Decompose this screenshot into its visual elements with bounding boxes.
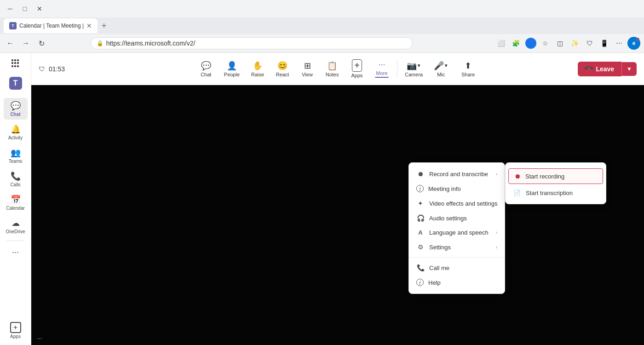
sidebar-item-activity[interactable]: 🔔 Activity (4, 121, 28, 143)
new-tab-button[interactable]: + (98, 19, 110, 32)
toolbar-more-icon: ··· (379, 60, 385, 69)
start-recording-item[interactable]: ⏺ Start recording (508, 168, 603, 184)
menu-divider-1 (409, 257, 505, 258)
toolbar-react-button[interactable]: 😊 React (271, 58, 294, 80)
phone-hangup-icon: 📞 (584, 63, 594, 74)
settings-label: Settings (429, 244, 491, 251)
browser-window-controls[interactable]: ─ □ ✕ (4, 2, 46, 15)
teams-app: T 💬 Chat 🔔 Activity 👥 Teams 📞 Calls 📅 Ca… (0, 53, 644, 345)
calls-icon: 📞 (11, 171, 21, 181)
sidebar-onedrive-label: OneDrive (6, 229, 25, 234)
leave-button-area: 📞 Leave ▼ (578, 62, 637, 76)
camera-button[interactable]: 📷 ▼ Camera (401, 58, 426, 80)
start-transcription-icon: 📄 (513, 190, 521, 196)
split-button[interactable]: ◫ (554, 37, 567, 50)
address-bar[interactable]: 🔒 https://teams.microsoft.com/v2/ (91, 37, 413, 49)
sidebar-item-teams[interactable]: 👥 Teams (4, 145, 28, 167)
mic-label: Mic (437, 72, 445, 77)
chat-icon: 💬 (11, 101, 21, 111)
menu-item-call-me[interactable]: 📞 Call me (409, 260, 505, 275)
menu-item-meeting-info[interactable]: i Meeting info (409, 181, 505, 196)
start-recording-label: Start recording (525, 173, 597, 180)
toolbar-chat-label: Chat (201, 72, 211, 77)
mic-icon: 🎤 (434, 61, 444, 71)
share-label: Share (461, 72, 475, 77)
browser-addressbar: ← → ↻ 🔒 https://teams.microsoft.com/v2/ … (0, 34, 644, 52)
record-submenu-popup: ⏺ Start recording 📄 Start transcription (505, 162, 606, 204)
favorites-button[interactable]: ☆ (539, 37, 552, 50)
sidebar-item-apps-grid[interactable] (4, 57, 28, 70)
toolbar-apps-label: Apps (351, 73, 363, 78)
share-button[interactable]: ⬆ Share (455, 58, 481, 80)
help-icon: i (416, 279, 424, 286)
copilot-button[interactable]: ✨ (569, 37, 581, 50)
record-submenu-chevron-icon: › (496, 172, 497, 177)
sidebar-chat-label: Chat (10, 112, 20, 117)
sidebar-teams-logo[interactable]: T (4, 74, 28, 92)
leave-button[interactable]: 📞 Leave (578, 62, 621, 76)
browser-tabs-bar: T Calendar | Team Meeting | ✕ + (0, 17, 644, 34)
minimize-button[interactable]: ─ (4, 2, 17, 15)
sidebar-item-apps[interactable]: + Apps (4, 319, 28, 342)
timer-area: 🛡 01:53 (39, 65, 65, 73)
menu-item-language-speech[interactable]: A Language and speech › (409, 225, 505, 240)
tab-close-button[interactable]: ✕ (86, 22, 92, 29)
toolbar-notes-button[interactable]: 📋 Notes (321, 58, 344, 80)
menu-item-record-transcribe[interactable]: ⏺ Record and transcribe › (409, 167, 505, 181)
video-more-icon[interactable]: ··· (37, 334, 42, 342)
toolbar-raise-button[interactable]: ✋ Raise (246, 58, 269, 80)
meeting-shield-icon: 🛡 (39, 65, 45, 73)
sidebar-item-calls[interactable]: 📞 Calls (4, 168, 28, 190)
forward-button[interactable]: → (19, 37, 32, 50)
start-transcription-item[interactable]: 📄 Start transcription (506, 186, 606, 200)
toolbar-chat-button[interactable]: 💬 Chat (195, 58, 218, 80)
more-browser-button[interactable]: ⋯ (613, 37, 626, 50)
toolbar-notes-icon: 📋 (327, 61, 337, 71)
mic-button[interactable]: 🎤 ▼ Mic (428, 58, 454, 80)
menu-item-help[interactable]: i Help (409, 275, 505, 290)
more-menu-popup: ⏺ Record and transcribe › i Meeting info… (408, 162, 505, 294)
start-recording-icon: ⏺ (514, 172, 521, 180)
maximize-button[interactable]: □ (18, 2, 31, 15)
video-area: ··· ⏺ Record and transcribe › i Meeting … (31, 85, 644, 345)
phone-button[interactable]: 📱 (598, 37, 611, 50)
mic-chevron-icon: ▼ (444, 63, 448, 68)
start-transcription-label: Start transcription (526, 190, 598, 196)
sidebar-item-more[interactable]: ··· (4, 245, 28, 260)
sidebar-calls-label: Calls (10, 182, 20, 187)
call-me-label: Call me (429, 264, 497, 271)
sidebar-item-onedrive[interactable]: ☁ OneDrive (4, 215, 28, 237)
menu-item-audio-settings[interactable]: 🎧 Audio settings (409, 211, 505, 225)
more-btn-underline (375, 77, 389, 78)
toolbar-view-button[interactable]: ⊞ View (296, 58, 319, 80)
toolbar-more-label: More (376, 70, 388, 76)
settings-icon: ⚙ (416, 243, 425, 251)
menu-item-video-effects[interactable]: ✦ Video effects and settings (409, 196, 505, 211)
profile-avatar (525, 38, 536, 49)
toolbar-people-label: People (224, 72, 240, 77)
settings-submenu-chevron-icon: › (496, 245, 497, 250)
close-button[interactable]: ✕ (33, 2, 46, 15)
toolbar-chat-icon: 💬 (201, 61, 211, 71)
back-button[interactable]: ← (4, 37, 17, 50)
audio-settings-label: Audio settings (429, 215, 497, 222)
toolbar-view-icon: ⊞ (304, 61, 311, 71)
teams-sidebar: T 💬 Chat 🔔 Activity 👥 Teams 📞 Calls 📅 Ca… (0, 53, 31, 345)
sidebar-item-chat[interactable]: 💬 Chat (4, 98, 28, 120)
shield-button[interactable]: 🛡 (583, 37, 596, 50)
leave-dropdown-button[interactable]: ▼ (621, 62, 637, 76)
toolbar-buttons: 💬 Chat 👤 People ✋ Raise 😊 React ⊞ V (195, 57, 481, 81)
call-me-icon: 📞 (416, 264, 425, 271)
toolbar-more-button[interactable]: ··· More (370, 57, 393, 80)
extensions-button[interactable]: 🧩 (510, 37, 523, 50)
sidebar-item-calendar[interactable]: 📅 Calendar (4, 192, 28, 213)
toolbar-people-button[interactable]: 👤 People (219, 58, 244, 80)
menu-item-settings[interactable]: ⚙ Settings › (409, 240, 505, 254)
calendar-icon: 📅 (11, 195, 21, 205)
cast-button[interactable]: ⬜ (495, 37, 508, 50)
toolbar-apps-button[interactable]: + Apps (345, 57, 368, 81)
refresh-button[interactable]: ↻ (35, 37, 48, 50)
profile-button[interactable] (524, 37, 537, 50)
language-speech-label: Language and speech (429, 229, 491, 236)
active-tab[interactable]: T Calendar | Team Meeting | ✕ (4, 18, 98, 33)
